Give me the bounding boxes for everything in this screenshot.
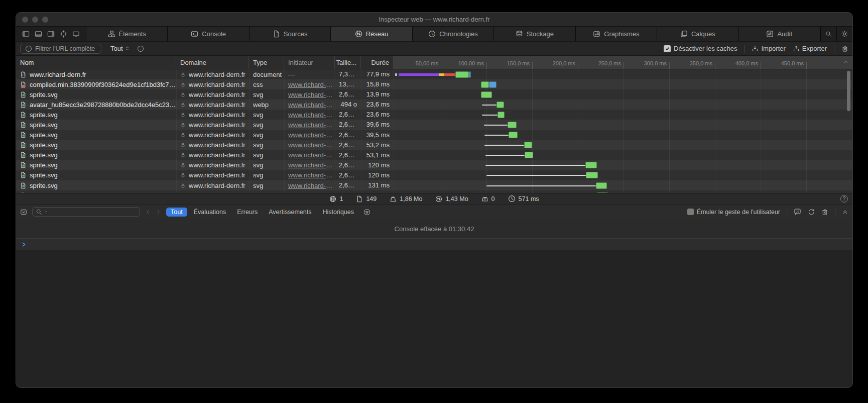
tab-chronologies[interactable]: Chronologies <box>413 27 494 41</box>
table-row[interactable]: sprite.svgwww.richard-dern.frsvgwww.rich… <box>16 120 852 130</box>
waterfall-wait-line <box>485 155 525 156</box>
vertical-scrollbar[interactable] <box>847 71 850 111</box>
waterfall-bar <box>394 99 852 110</box>
console-filter-icon[interactable] <box>363 209 370 216</box>
waterfall-wait-line <box>482 105 497 106</box>
table-row[interactable]: sprite.svgwww.richard-dern.frsvgwww.rich… <box>16 130 852 140</box>
tab-graphismes[interactable]: Graphismes <box>576 27 657 41</box>
previous-result-button[interactable] <box>145 209 151 215</box>
settings-button[interactable] <box>836 27 852 41</box>
minimize-window-button[interactable] <box>32 17 38 23</box>
table-row[interactable]: sprite.svgwww.richard-dern.frsvgwww.rich… <box>16 140 852 150</box>
tab-audit[interactable]: Audit <box>739 27 820 41</box>
table-row[interactable]: sprite.svgwww.richard-dern.frsvgwww.rich… <box>16 180 852 190</box>
disable-caches-checkbox[interactable]: Désactiver les caches <box>664 45 737 52</box>
table-row[interactable]: www.richard-dern.frwww.richard-dern.frdo… <box>16 69 852 79</box>
initiator-link[interactable]: www.richard-d... <box>288 171 335 179</box>
console-picker-icon[interactable] <box>20 209 27 216</box>
dock-bottom-icon[interactable] <box>35 30 42 38</box>
resource-domain: www.richard-dern.fr <box>189 161 245 169</box>
column-header-initiator[interactable]: Initiateur <box>284 56 335 69</box>
divider <box>787 208 787 216</box>
tab-calques[interactable]: Calques <box>657 27 738 41</box>
initiator-link[interactable]: www.richard-d... <box>288 91 335 98</box>
initiator-link[interactable]: www.richard-d... <box>288 131 335 139</box>
refresh-icon[interactable] <box>808 209 815 216</box>
resource-type: svg <box>253 121 263 129</box>
zoom-window-button[interactable] <box>42 17 48 23</box>
resource-name: sprite.svg <box>30 151 58 159</box>
console-tab-historiques[interactable]: Historiques <box>318 208 358 217</box>
help-button[interactable]: ? <box>840 195 848 203</box>
initiator-link[interactable]: www.richard-d... <box>288 81 335 88</box>
console-tab-avertissements[interactable]: Avertissements <box>264 208 316 217</box>
resource-type: css <box>253 81 263 88</box>
next-result-button[interactable] <box>156 209 161 215</box>
console-tab-erreurs[interactable]: Erreurs <box>232 208 262 217</box>
status-globe: 1 <box>329 195 343 203</box>
table-row[interactable]: sprite.svgwww.richard-dern.frsvgwww.rich… <box>16 160 852 170</box>
resource-duration: 53,2 ms <box>361 140 394 150</box>
tab-réseau[interactable]: Réseau <box>331 27 412 41</box>
js-context-bubble-icon[interactable]: JS <box>794 208 801 216</box>
resource-type: svg <box>253 171 263 179</box>
table-row[interactable]: sprite.svgwww.richard-dern.frsvgwww.rich… <box>16 110 852 120</box>
resource-type-select[interactable]: Tout <box>110 45 130 52</box>
filter-options-button[interactable] <box>137 45 144 52</box>
import-button[interactable]: Importer <box>752 45 785 52</box>
export-button[interactable]: Exporter <box>793 45 827 52</box>
waterfall-wait-line <box>484 125 508 126</box>
img-file-icon <box>20 102 27 108</box>
table-row[interactable]: sprite.svgwww.richard-dern.frsvgwww.rich… <box>16 170 852 180</box>
waterfall-segment-gray <box>395 73 397 76</box>
console-tab-tout[interactable]: Tout <box>166 208 187 217</box>
console-tab-évaluations[interactable]: Évaluations <box>189 208 231 217</box>
clock-icon <box>508 195 516 203</box>
search-button[interactable] <box>820 27 836 41</box>
graphics-icon <box>593 30 600 38</box>
close-window-button[interactable] <box>22 17 28 23</box>
table-row[interactable]: csscompiled.min.38390909f303624ed9e1cf1b… <box>16 79 852 89</box>
tab-sources[interactable]: Sources <box>250 27 331 41</box>
resource-type: svg <box>253 131 263 139</box>
column-header-name[interactable]: Nom <box>16 56 176 69</box>
device-icon[interactable] <box>72 30 80 38</box>
console-toolbar: ToutÉvaluationsErreursAvertissementsHist… <box>16 204 852 219</box>
emulate-user-gesture-checkbox[interactable]: Émuler le geste de l'utilisateur <box>687 209 780 216</box>
clear-console-trash-icon[interactable] <box>821 209 828 216</box>
storage-icon <box>516 30 523 38</box>
waterfall-segment-blue <box>489 81 497 88</box>
column-header-type[interactable]: Type <box>249 56 284 69</box>
element-picker-icon[interactable] <box>60 30 67 38</box>
dock-left-icon[interactable] <box>22 30 30 38</box>
initiator-link[interactable]: www.richard-d... <box>288 121 335 129</box>
url-filter-input[interactable]: Filtrer l'URL complète <box>20 44 101 54</box>
chevron-up-icon[interactable] <box>843 59 849 65</box>
waterfall-segment-green <box>455 71 469 78</box>
console-prompt[interactable] <box>16 238 852 250</box>
clear-network-items-trash-icon[interactable] <box>841 45 848 52</box>
collapse-console-chevrons-icon[interactable] <box>842 209 848 215</box>
prompt-chevron-icon <box>21 242 27 247</box>
console-search-input[interactable] <box>32 207 140 217</box>
tab-stockage[interactable]: Stockage <box>494 27 575 41</box>
initiator-link[interactable]: www.richard-d... <box>288 101 335 109</box>
table-row[interactable]: sprite.svgwww.richard-dern.frsvgwww.rich… <box>16 89 852 99</box>
console-scope-tabs: ToutÉvaluationsErreursAvertissementsHist… <box>166 208 358 217</box>
column-header-domain[interactable]: Domaine <box>176 56 249 69</box>
table-row[interactable]: avatar_hu85ecc3e298728880b0bde2dcc4e5c23… <box>16 99 852 110</box>
magnifier-icon <box>36 209 42 215</box>
lock-icon <box>180 122 186 128</box>
initiator-link[interactable]: www.richard-d... <box>288 151 335 159</box>
column-header-duration[interactable]: Durée <box>361 56 394 69</box>
waterfall-segment-green <box>596 182 607 189</box>
initiator-link[interactable]: www.richard-d... <box>288 141 335 149</box>
initiator-link[interactable]: www.richard-d... <box>288 161 335 169</box>
initiator-link[interactable]: www.richard-d... <box>288 111 335 119</box>
initiator-link[interactable]: www.richard-d... <box>288 182 335 189</box>
tab-éléments[interactable]: Éléments <box>86 27 168 41</box>
dock-right-icon[interactable] <box>47 30 55 38</box>
tab-console[interactable]: Console <box>168 27 249 41</box>
table-row[interactable]: sprite.svgwww.richard-dern.frsvgwww.rich… <box>16 150 852 160</box>
column-header-size[interactable]: Taille... <box>335 56 361 69</box>
